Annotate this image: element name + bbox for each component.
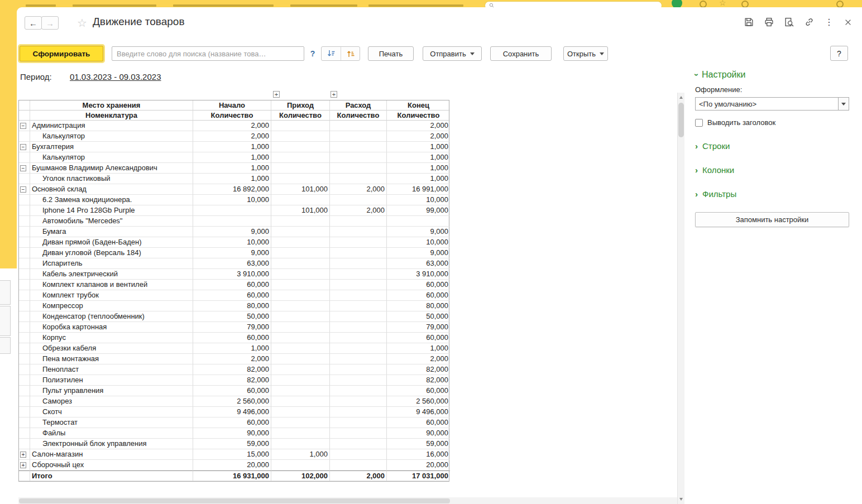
item-row[interactable]: Пена монтажная2,0002,000	[19, 354, 449, 364]
collapsed-panel-tab[interactable]	[0, 337, 11, 354]
row-value: 3 910,000	[193, 269, 271, 280]
more-menu-icon[interactable]: ⋮	[825, 18, 834, 27]
back-arrow-icon[interactable]: ←	[25, 16, 42, 30]
item-row[interactable]: Скотч9 496,0009 496,000	[19, 407, 449, 417]
item-row[interactable]: 6.2 Замена кондиционера.10,00010,000	[19, 195, 449, 205]
item-row[interactable]: Испаритель63,00063,000	[19, 258, 449, 269]
search-input[interactable]	[112, 46, 304, 61]
item-row[interactable]: Полиэтилен82,00082,000	[19, 375, 449, 386]
appearance-select[interactable]: <По умолчанию>	[695, 97, 849, 111]
sort-descending-icon[interactable]	[322, 47, 341, 60]
row-value	[330, 386, 387, 396]
row-value	[271, 163, 330, 174]
expand-group-icon[interactable]: +	[20, 452, 26, 458]
item-row[interactable]: Комплект клапанов и вентилей60,00060,000	[19, 280, 449, 290]
group-row[interactable]: +Салон-магазин15,0001,00016,000	[19, 449, 449, 460]
scroll-up-icon[interactable]	[679, 96, 683, 99]
sort-ascending-icon[interactable]	[341, 47, 360, 60]
expand-column-prihod-icon[interactable]: +	[273, 91, 280, 98]
row-gutter	[19, 354, 30, 364]
print-preview-icon[interactable]	[784, 17, 794, 27]
save-button[interactable]: Сохранить	[490, 46, 552, 61]
collapsed-panel-tab[interactable]	[0, 306, 11, 336]
row-value	[330, 237, 387, 248]
remember-settings-button[interactable]: Запомнить настройки	[695, 212, 849, 227]
table-body: −Администрация2,0002,000Калькулятор2,000…	[19, 121, 449, 481]
item-row[interactable]: Iphone 14 Pro 128Gb Purple101,0002,00099…	[19, 205, 449, 216]
total-row[interactable]: Итого16 931,000102,0002,00017 031,000	[19, 471, 449, 481]
help-button[interactable]: ?	[830, 46, 848, 61]
generate-button[interactable]: Сформировать	[20, 46, 103, 61]
row-value: 82,000	[387, 364, 450, 375]
horizontal-scrollbar[interactable]	[18, 497, 677, 504]
item-row[interactable]: Диван угловой (Версаль 184)9,0009,000	[19, 248, 449, 258]
item-row[interactable]: Корпус60,00060,000	[19, 333, 449, 343]
history-icon[interactable]	[700, 1, 707, 7]
header-qty: Количество	[271, 111, 330, 121]
search-help-link[interactable]: ?	[309, 49, 317, 58]
open-button[interactable]: Открыть	[563, 46, 608, 61]
item-row[interactable]: Уголок пластиковый1,0001,000	[19, 174, 449, 184]
support-icon[interactable]	[741, 1, 749, 7]
expand-column-rashod-icon[interactable]: +	[331, 91, 337, 98]
item-row[interactable]: Диван прямой (Баден-Баден)10,00010,000	[19, 237, 449, 248]
group-row[interactable]: −Бухгалтерия1,0001,000	[19, 142, 449, 152]
item-row[interactable]: Файлы90,00090,000	[19, 428, 449, 439]
favorite-star-icon[interactable]: ☆	[77, 16, 87, 30]
item-row[interactable]: Калькулятор2,0002,000	[19, 131, 449, 142]
row-value	[271, 407, 330, 417]
row-gutter	[19, 364, 30, 375]
global-search-input[interactable]	[485, 1, 662, 7]
get-link-icon[interactable]	[804, 17, 814, 27]
columns-section-header[interactable]: › Колонки	[695, 165, 849, 175]
group-row[interactable]: −Бушманов Владимир Александрович1,0001,0…	[19, 163, 449, 174]
row-value	[193, 205, 271, 216]
appearance-value: <По умолчанию>	[696, 100, 756, 108]
item-row[interactable]: Комплект трубок60,00060,000	[19, 290, 449, 301]
item-row[interactable]: Обрезки кабеля1,0001,000	[19, 343, 449, 354]
expand-group-icon[interactable]: +	[20, 462, 26, 468]
period-link[interactable]: 01.03.2023 - 09.03.2023	[70, 72, 161, 81]
collapsed-panel-tab[interactable]	[0, 280, 11, 305]
print-button[interactable]: Печать	[368, 46, 414, 61]
item-row[interactable]: Конденсатор (теплообменник)50,00050,000	[19, 311, 449, 322]
row-value	[271, 439, 330, 449]
row-label: Кабель электрический	[30, 269, 193, 280]
filters-section-header[interactable]: › Фильтры	[695, 189, 849, 199]
item-row[interactable]: Термостат60,00060,000	[19, 417, 449, 428]
group-row[interactable]: +Сборочный цех20,00020,000	[19, 460, 449, 471]
item-row[interactable]: Коробка картонная79,00079,000	[19, 322, 449, 333]
item-row[interactable]: Калькулятор1,0001,000	[19, 152, 449, 163]
close-icon[interactable]	[844, 18, 852, 26]
item-row[interactable]: Пульт управления60,00060,000	[19, 386, 449, 396]
settings-section-header[interactable]: › Настройки	[695, 70, 849, 80]
scroll-down-icon[interactable]	[679, 498, 683, 501]
group-row[interactable]: −Администрация2,0002,000	[19, 121, 449, 131]
item-row[interactable]: Пенопласт82,00082,000	[19, 364, 449, 375]
group-row[interactable]: −Основной склад16 892,000101,0002,00016 …	[19, 184, 449, 195]
favorites-star-icon[interactable]: ☆	[719, 0, 726, 7]
item-row[interactable]: Кабель электрический3 910,0003 910,000	[19, 269, 449, 280]
select-dropdown-button[interactable]	[838, 98, 849, 110]
collapse-group-icon[interactable]: −	[20, 123, 26, 129]
print-icon[interactable]	[764, 17, 774, 27]
forward-arrow-icon[interactable]: →	[41, 16, 59, 30]
vertical-scroll-thumb[interactable]	[678, 103, 684, 137]
report-toolbar: Сформировать ? Печать Отправить Сохранит…	[20, 46, 608, 61]
item-row[interactable]: Бумага9,0009,000	[19, 227, 449, 237]
item-row[interactable]: Саморез2 560,0002 560,000	[19, 396, 449, 407]
item-row[interactable]: Автомобиль "Mercedes"	[19, 216, 449, 227]
rows-section-header[interactable]: › Строки	[695, 141, 849, 151]
collapse-group-icon[interactable]: −	[20, 144, 26, 150]
green-badge-icon[interactable]	[672, 0, 682, 7]
show-header-checkbox[interactable]	[695, 119, 703, 127]
collapse-group-icon[interactable]: −	[20, 186, 26, 193]
send-button[interactable]: Отправить	[423, 46, 482, 61]
item-row[interactable]: Электронный блок управления59,00059,000	[19, 439, 449, 449]
collapse-group-icon[interactable]: −	[20, 165, 26, 171]
item-row[interactable]: Компрессор80,00080,000	[19, 301, 449, 311]
user-menu-icon[interactable]	[836, 1, 844, 7]
vertical-scrollbar[interactable]	[677, 93, 684, 504]
horizontal-scroll-thumb[interactable]	[19, 498, 450, 503]
save-floppy-icon[interactable]	[744, 17, 754, 27]
